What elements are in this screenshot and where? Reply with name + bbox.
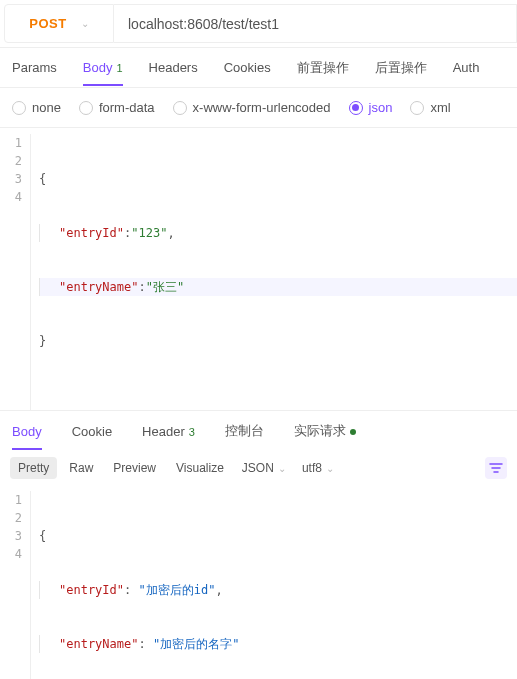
body-type-none[interactable]: none xyxy=(12,100,61,115)
tab-cookies[interactable]: Cookies xyxy=(224,50,271,85)
line-gutter: 1234 xyxy=(0,134,30,410)
body-type-form-data[interactable]: form-data xyxy=(79,100,155,115)
resp-entry-name: 加密后的名字 xyxy=(160,637,232,651)
resp-entry-id: 加密后的id xyxy=(146,583,208,597)
view-mode-raw[interactable]: Raw xyxy=(61,457,101,479)
response-tabs: Body Cookie Header3 控制台 实际请求 xyxy=(0,411,517,451)
entry-name-value: 张三 xyxy=(153,280,177,294)
resp-header-badge: 3 xyxy=(189,426,195,438)
url-input[interactable] xyxy=(114,4,517,43)
entry-id-value: 123 xyxy=(139,226,161,240)
chevron-down-icon: ⌄ xyxy=(278,463,286,474)
radio-icon xyxy=(410,101,424,115)
request-tabs: Params Body1 Headers Cookies 前置操作 后置操作 A… xyxy=(0,48,517,88)
line-gutter: 1234 xyxy=(0,491,30,679)
tab-auth[interactable]: Auth xyxy=(453,50,480,85)
body-type-json[interactable]: json xyxy=(349,100,393,115)
tab-body[interactable]: Body1 xyxy=(83,50,123,85)
request-body-editor[interactable]: 1234 { "entryId":"123", "entryName":"张三"… xyxy=(0,128,517,410)
filter-icon[interactable] xyxy=(485,457,507,479)
code-area[interactable]: { "entryId":"123", "entryName":"张三" } xyxy=(30,134,517,410)
radio-icon xyxy=(173,101,187,115)
view-mode-visualize[interactable]: Visualize xyxy=(168,457,232,479)
radio-icon xyxy=(79,101,93,115)
radio-icon xyxy=(349,101,363,115)
view-mode-preview[interactable]: Preview xyxy=(105,457,164,479)
http-method-label: POST xyxy=(29,16,66,31)
response-body-editor[interactable]: 1234 { "entryId": "加密后的id", "entryName":… xyxy=(0,485,517,679)
tab-params[interactable]: Params xyxy=(12,50,57,85)
chevron-down-icon: ⌄ xyxy=(81,18,89,29)
chevron-down-icon: ⌄ xyxy=(326,463,334,474)
response-encoding-select[interactable]: utf8 ⌄ xyxy=(296,459,340,477)
tab-body-badge: 1 xyxy=(116,62,122,74)
code-area[interactable]: { "entryId": "加密后的id", "entryName": "加密后… xyxy=(30,491,517,679)
response-toolbar: Pretty Raw Preview Visualize JSON ⌄ utf8… xyxy=(0,451,517,485)
status-dot-icon xyxy=(350,429,356,435)
resp-tab-actual-request[interactable]: 实际请求 xyxy=(294,412,356,450)
resp-tab-cookie[interactable]: Cookie xyxy=(72,414,112,449)
response-format-select[interactable]: JSON ⌄ xyxy=(236,459,292,477)
resp-tab-console[interactable]: 控制台 xyxy=(225,412,264,450)
body-type-urlencoded[interactable]: x-www-form-urlencoded xyxy=(173,100,331,115)
tab-headers[interactable]: Headers xyxy=(149,50,198,85)
tab-post-script[interactable]: 后置操作 xyxy=(375,49,427,87)
resp-tab-header[interactable]: Header3 xyxy=(142,414,195,449)
http-method-select[interactable]: POST ⌄ xyxy=(4,4,114,43)
body-type-row: none form-data x-www-form-urlencoded jso… xyxy=(0,88,517,128)
resp-tab-body[interactable]: Body xyxy=(12,414,42,449)
tab-pre-script[interactable]: 前置操作 xyxy=(297,49,349,87)
body-type-xml[interactable]: xml xyxy=(410,100,450,115)
view-mode-pretty[interactable]: Pretty xyxy=(10,457,57,479)
radio-icon xyxy=(12,101,26,115)
